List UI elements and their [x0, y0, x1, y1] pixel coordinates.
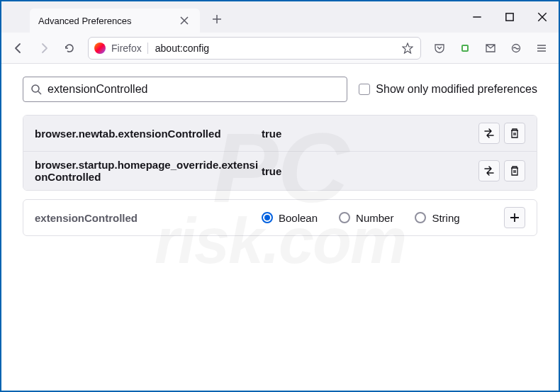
- reload-button[interactable]: [58, 37, 81, 60]
- pocket-icon[interactable]: [428, 37, 451, 60]
- svg-rect-2: [463, 46, 467, 50]
- account-icon[interactable]: [479, 37, 502, 60]
- radio-string[interactable]: String: [415, 212, 459, 224]
- maximize-button[interactable]: [493, 1, 526, 33]
- minimize-button[interactable]: [461, 1, 493, 33]
- forward-button[interactable]: [33, 37, 55, 60]
- pref-value: true: [262, 165, 478, 177]
- pref-name: browser.startup.homepage_override.extens…: [35, 159, 262, 183]
- delete-button[interactable]: [504, 123, 525, 144]
- checkbox-text: Show only modified preferences: [376, 83, 537, 96]
- radio-number[interactable]: Number: [339, 212, 393, 224]
- tab-title: Advanced Preferences: [38, 16, 132, 26]
- radio-label: Number: [356, 212, 393, 224]
- svg-point-4: [32, 85, 39, 92]
- results-table: browser.newtab.extensionControlled true …: [23, 115, 537, 191]
- menu-button[interactable]: [530, 37, 553, 60]
- radio-boolean[interactable]: Boolean: [262, 212, 318, 224]
- browser-tab[interactable]: Advanced Preferences: [30, 9, 200, 33]
- add-preference-row: extensionControlled Boolean Number Strin…: [23, 199, 537, 236]
- toggle-button[interactable]: [478, 123, 500, 144]
- svg-rect-0: [506, 13, 513, 21]
- search-input[interactable]: [47, 83, 340, 96]
- identity-label: Firefox: [111, 43, 148, 54]
- radio-label: Boolean: [279, 212, 318, 224]
- toggle-button[interactable]: [478, 160, 500, 181]
- extension-icon[interactable]: [454, 37, 476, 60]
- show-modified-checkbox[interactable]: [359, 84, 370, 95]
- close-tab-icon[interactable]: [177, 13, 191, 28]
- radio-input[interactable]: [415, 212, 426, 223]
- firefox-logo-icon: [89, 37, 111, 60]
- bookmark-star-icon[interactable]: [398, 38, 418, 58]
- pref-name: browser.newtab.extensionControlled: [35, 128, 262, 140]
- radio-input[interactable]: [262, 212, 273, 223]
- delete-button[interactable]: [504, 160, 525, 181]
- radio-label: String: [432, 212, 459, 224]
- new-tab-button[interactable]: [207, 9, 227, 29]
- url-text: about:config: [148, 43, 398, 54]
- show-modified-checkbox-label[interactable]: Show only modified preferences: [359, 83, 537, 96]
- pref-value: true: [262, 128, 478, 140]
- search-icon: [30, 84, 42, 95]
- close-window-button[interactable]: [526, 1, 559, 33]
- table-row: browser.newtab.extensionControlled true: [23, 116, 537, 151]
- radio-input[interactable]: [339, 212, 350, 223]
- protections-icon[interactable]: [505, 37, 527, 60]
- add-button[interactable]: [504, 207, 525, 228]
- back-button[interactable]: [7, 37, 30, 60]
- type-radio-group: Boolean Number String: [262, 212, 504, 224]
- add-pref-name: extensionControlled: [35, 212, 262, 224]
- table-row: browser.startup.homepage_override.extens…: [23, 151, 537, 190]
- search-input-container: [23, 77, 347, 102]
- url-bar[interactable]: Firefox about:config: [88, 37, 421, 60]
